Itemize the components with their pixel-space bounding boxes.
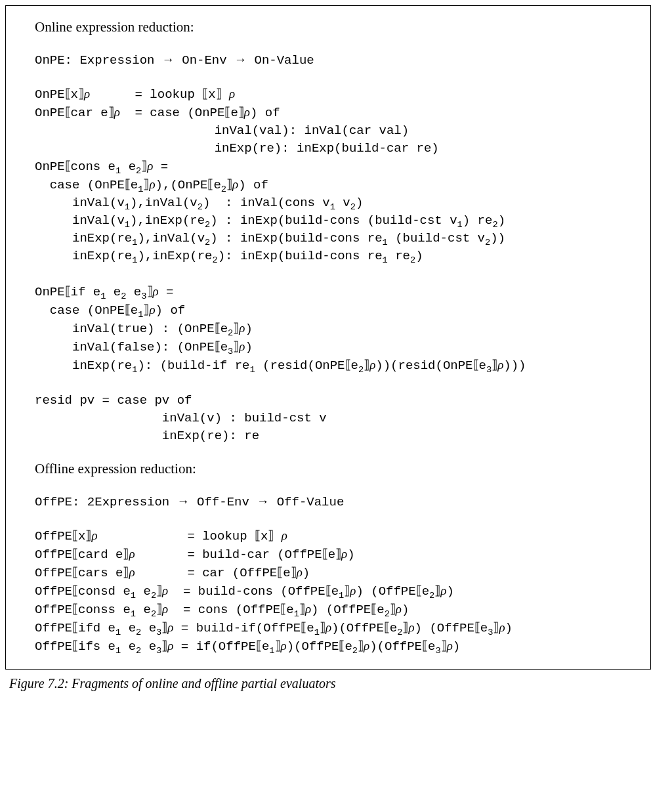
section-title-online: Online expression reduction: (35, 19, 635, 35)
rule-arg: e (328, 547, 335, 562)
rule-tail: = (153, 160, 168, 174)
rule-rhs: = if(OffPE (181, 639, 256, 654)
case-branch: ): inExp(build-cons re (218, 249, 383, 263)
case-branch: ) : inExp(build-cons re (210, 231, 382, 245)
sub: 1 (383, 255, 388, 265)
rule-lhs: OnPE (35, 285, 65, 299)
rule-arg: e (479, 358, 486, 373)
case: ),(OnPE (156, 178, 208, 192)
case: ) of (156, 303, 186, 318)
rule-rhs: ) (OffPE (415, 621, 474, 635)
rule-arg: e (106, 285, 121, 299)
sub: 1 (314, 628, 320, 637)
sub: 1 (131, 609, 136, 619)
case-branch: ) : inVal(cons v (203, 196, 330, 210)
resid-def: resid pv = case pv of (35, 393, 192, 408)
case-branch: (build-cst v (388, 231, 485, 245)
sub: 2 (485, 238, 490, 247)
sub: 1 (249, 364, 255, 374)
rule-arg: e (121, 621, 136, 635)
sig-mid: On-Env (182, 53, 226, 68)
case-branch: inExp(re (72, 358, 132, 373)
rule-arg: e (131, 178, 138, 192)
rule-arg: x (208, 87, 215, 102)
rule-lhs: OffPE (35, 639, 72, 654)
sub: 1 (269, 646, 274, 656)
case-branch: )) (490, 231, 505, 245)
rule-lhs: OffPE (35, 584, 72, 599)
rule-tail: ) (453, 639, 460, 654)
rule-arg: e (220, 322, 228, 336)
case-branch: inVal(true) : (OnPE (72, 322, 215, 336)
case-branch: inExp(re (72, 231, 132, 245)
sub: 2 (352, 646, 358, 656)
case: ) of (238, 178, 268, 192)
sub: 2 (198, 202, 203, 212)
sub: 2 (410, 255, 415, 265)
rule-tail: ) of (250, 106, 280, 120)
case-branch: inVal(false): (OnPE (72, 340, 215, 354)
rule-arg: e (121, 160, 136, 174)
offpe-rules: OffPE⟦x⟧ρ = lookup ⟦x⟧ ρ OffPE⟦card e⟧ρ … (35, 527, 635, 656)
sub: 2 (151, 591, 156, 601)
rule-arg: e (136, 603, 151, 617)
rule-rhs: = lookup (187, 529, 255, 544)
rule-rhs: = build-if(OffPE (181, 621, 301, 635)
sub: 1 (330, 202, 335, 212)
case-branch: ),inVal(v (137, 231, 205, 245)
rule-arg: e (428, 639, 435, 654)
rule-rhs: = build-cons (OffPE (183, 584, 326, 599)
case-branch: ) (245, 340, 252, 354)
rule-arg: e (345, 639, 352, 654)
rule-lhs: OffPE (35, 547, 72, 562)
rule-rhs: )(OffPE (287, 639, 339, 654)
rule-arg: x (261, 529, 268, 544)
rule-rhs: = cons (OffPE (183, 603, 280, 617)
rule-arg: if e (71, 285, 101, 299)
sub: 1 (294, 609, 299, 619)
rule-arg: e (262, 639, 269, 654)
rule-arg: card e (78, 547, 123, 562)
sub: 2 (221, 184, 226, 194)
case-branch: inExp(re): inExp(build-car re) (215, 141, 439, 156)
case-branch: ): (build-if re (137, 358, 249, 373)
rule-arg: ifs e (78, 639, 116, 654)
case-branch: ) (415, 249, 423, 263)
rule-lhs: OnPE (35, 87, 65, 102)
rule-arg: e (351, 358, 358, 373)
sub: 3 (435, 646, 440, 656)
rule-arg: e (422, 584, 429, 599)
offpe-signature: OffPE: 2Expression → Off-Env → Off-Value (35, 493, 635, 511)
rule-arg: e (121, 639, 136, 654)
sub: 2 (492, 220, 497, 230)
rule-tail: = (159, 285, 174, 299)
rule-arg: e (141, 621, 156, 635)
sub: 2 (358, 364, 364, 374)
case-branch: ) (245, 322, 252, 336)
rule-tail: ) (505, 621, 513, 635)
onpe-rules: OnPE⟦x⟧ρ = lookup ⟦x⟧ ρ OnPE⟦car e⟧ρ = c… (35, 85, 635, 445)
sig-to: On-Value (255, 53, 314, 68)
sub: 3 (141, 291, 146, 301)
rule-arg: e (220, 340, 228, 354)
rule-arg: e (213, 178, 220, 192)
sig-name: OffPE (35, 495, 72, 509)
sub: 2 (385, 609, 390, 619)
figure-caption: Figure 7.2: Fragments of online and offl… (9, 676, 667, 691)
rule-rhs: = car (OffPE (187, 566, 277, 580)
rule-arg: e (480, 621, 488, 635)
sub: 1 (131, 591, 136, 601)
case-branch: ),inExp(re (130, 213, 205, 228)
sub: 2 (151, 609, 156, 619)
case-branch: inVal(v (72, 196, 125, 210)
rule-arg: conss e (78, 603, 131, 617)
case: case (OnPE (50, 178, 125, 192)
rule-arg: cons e (71, 160, 116, 174)
rule-lhs: OnPE (35, 106, 65, 120)
rule-arg: e (136, 584, 151, 599)
sub: 3 (486, 364, 492, 374)
rule-arg: x (78, 529, 85, 544)
rule-eq: = lookup (135, 87, 203, 102)
case-branch: inExp(re): re (162, 429, 259, 443)
case-branch: re (388, 249, 410, 263)
